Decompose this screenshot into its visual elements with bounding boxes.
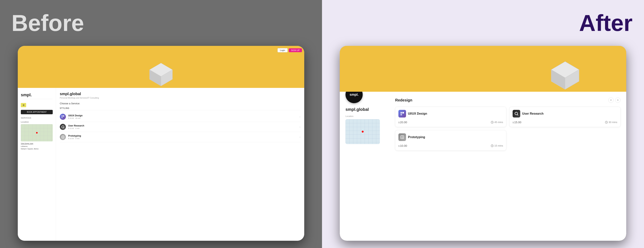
research-chevron-icon: › [300,125,300,128]
after-tablet-inner: smpl. smpl.global Location [340,46,626,241]
after-research-icon [512,110,520,118]
svg-point-19 [515,112,518,115]
after-research-price: $15.00 [512,120,522,124]
ux-service-meta: $ 20.00 45 min [68,117,300,119]
svg-line-18 [492,122,493,123]
after-body: smpl. smpl.global Location [340,92,626,241]
svg-line-29 [492,146,493,146]
after-proto-footer: $10.00 15 mins [398,144,503,147]
after-logo-text: smpl. [350,93,358,97]
after-nav-arrows: < > [608,98,620,103]
prev-arrow-button[interactable]: < [608,98,614,103]
after-map-pin [362,131,364,132]
svg-rect-4 [63,116,64,116]
after-panel: After [322,0,644,248]
after-left: smpl. smpl.global Location [346,98,388,235]
service-item-ux[interactable]: UI/UX Design $ 20.00 45 min › [60,112,300,122]
ux-icon [60,114,66,120]
after-proto-name: Prototyping [408,136,425,139]
svg-rect-13 [400,112,402,114]
view-larger-map-link[interactable]: View larger map [21,142,53,144]
sidebar-icon-row: ☰ [21,103,53,107]
before-panel: Before [0,0,322,248]
ux-service-info: UI/UX Design $ 20.00 45 min [68,114,300,119]
before-container: Login SIGN UP smpl. ☰ [12,46,310,241]
services-label: SERVICES [21,117,53,119]
after-label: After [579,12,632,34]
proto-service-name: Prototyping [68,134,300,137]
after-container: smpl. smpl.global Location [334,46,632,241]
before-label: Before [12,12,84,34]
after-research-name: User Research [522,112,544,116]
after-hero-cube-svg [546,59,584,92]
ux-chevron-icon: › [300,115,300,118]
proto-icon [60,134,66,140]
after-card-ux-header: UI/UX Design [398,110,503,118]
after-research-duration: 30 mins [605,121,617,124]
before-address: Lebanon, Martyrs' Square, Beirut. [21,145,53,150]
after-location-label: Location [346,115,388,117]
service-item-proto[interactable]: Prototyping $ 10.00 0 min › [60,132,300,142]
before-auth-buttons: Login SIGN UP [278,48,302,52]
after-section-title: Redesign [395,98,412,102]
before-app: Login SIGN UP smpl. ☰ [18,46,304,241]
signup-button[interactable]: SIGN UP [289,48,302,52]
before-section-title: STYLING [60,107,300,110]
after-card-research[interactable]: User Research $15.00 30 mins [509,106,620,127]
before-tablet-inner: Login SIGN UP smpl. ☰ [18,46,304,241]
after-logo-circle: smpl. [346,92,363,103]
after-section-header: Redesign < > [395,98,620,103]
after-ux-price: $20.00 [398,120,407,124]
svg-rect-14 [402,112,404,114]
research-service-meta: $ 15.00 0 min [68,128,300,129]
after-card-proto-header: Prototyping [398,133,503,141]
proto-service-info: Prototyping $ 10.00 0 min [68,134,300,140]
after-right: Redesign < > [395,98,620,235]
clock-icon-proto [491,144,494,147]
research-service-info: User Research $ 15.00 0 min [68,124,300,129]
location-label: Location [21,121,53,123]
before-tablet: Login SIGN UP smpl. ☰ [18,46,304,241]
after-map [346,119,380,144]
book-appointment-button[interactable]: BOOK APPOINTMENT [21,110,53,114]
svg-rect-3 [62,116,63,116]
next-arrow-button[interactable]: > [615,98,620,103]
map-pin [36,132,38,134]
ux-service-name: UI/UX Design [68,114,300,117]
proto-chevron-icon: › [300,136,300,138]
after-card-ux[interactable]: UI/UX Design $20.00 45 mins [395,106,506,127]
before-hero: Login SIGN UP [18,46,304,88]
svg-rect-15 [400,114,402,116]
research-icon [60,124,66,130]
after-proto-price: $10.00 [398,144,407,147]
svg-rect-5 [62,117,63,118]
choose-service-label: Choose a Service: [60,102,300,105]
before-body: smpl. ☰ BOOK APPOINTMENT SERVICES Locati… [18,88,304,241]
clock-icon [491,121,494,124]
after-hero [340,46,626,92]
after-app: smpl. smpl.global Location [340,46,626,241]
svg-line-23 [606,122,607,123]
before-logo: smpl. [21,91,53,99]
after-card-proto[interactable]: Prototyping $10.00 15 mins [395,130,506,150]
after-ux-name: UI/UX Design [408,112,427,116]
sidebar-icon: ☰ [21,103,26,107]
before-business-sub: Personal Meetings and Services/IT Consul… [60,97,300,99]
login-button[interactable]: Login [278,48,288,52]
after-business-name: smpl.global [346,107,388,112]
after-research-footer: $15.00 30 mins [512,120,617,124]
research-service-name: User Research [68,124,300,127]
before-sidebar: smpl. ☰ BOOK APPOINTMENT SERVICES Locati… [18,88,56,241]
service-item-research[interactable]: User Research $ 15.00 0 min › [60,122,300,132]
after-tablet: smpl. smpl.global Location [340,46,626,241]
after-proto-icon [398,133,406,141]
clock-icon-research [605,121,608,124]
after-ux-footer: $20.00 45 mins [398,120,503,124]
hero-cube-svg [146,61,176,88]
after-proto-duration: 15 mins [491,144,503,147]
before-main: smpl.global Personal Meetings and Servic… [56,88,304,241]
after-ux-duration: 45 mins [491,121,503,124]
svg-line-20 [517,114,518,116]
proto-service-meta: $ 10.00 0 min [68,138,300,140]
after-services-grid: UI/UX Design $20.00 45 mins [395,106,620,150]
